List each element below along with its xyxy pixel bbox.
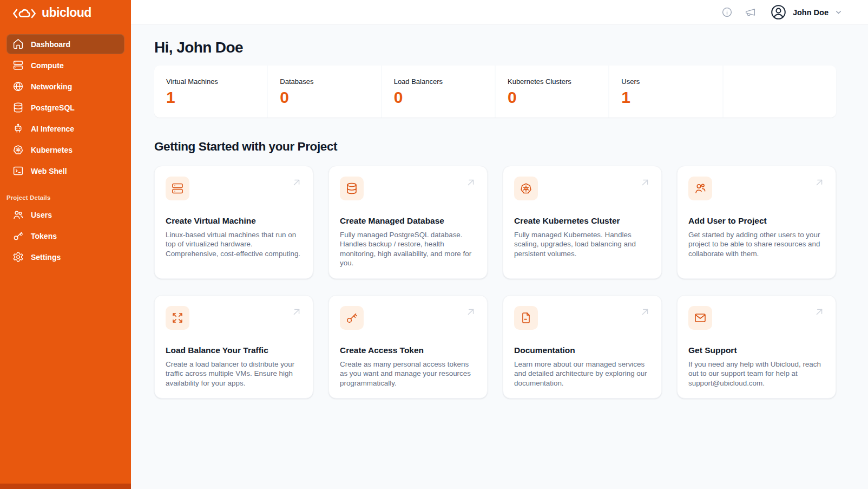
- card-arrow: [291, 306, 303, 320]
- database-icon: [345, 182, 358, 195]
- sidebar-item-kubernetes[interactable]: Kubernetes: [6, 140, 124, 160]
- project-details-nav: UsersTokensSettings: [0, 204, 131, 268]
- stat-value: 1: [621, 89, 710, 106]
- stat-label: Kubernetes Clusters: [508, 77, 596, 86]
- sidebar-item-networking[interactable]: Networking: [6, 76, 124, 96]
- card-documentation[interactable]: DocumentationLearn more about our manage…: [503, 295, 662, 399]
- user-menu[interactable]: John Doe: [770, 4, 843, 21]
- sidebar-item-label: Dashboard: [31, 40, 70, 49]
- stat-label: Virtual Machines: [166, 77, 255, 86]
- card-create-access-token[interactable]: Create Access TokenCreate as many person…: [328, 295, 488, 399]
- card-title: Create Access Token: [340, 345, 476, 355]
- card-get-support[interactable]: Get SupportIf you need any help with Ubi…: [677, 295, 836, 399]
- mail-icon: [694, 311, 707, 324]
- card-description: Fully managed Kubernetes. Handles scalin…: [514, 230, 650, 259]
- server-icon: [171, 182, 184, 195]
- stat-cell-databases: Databases0: [268, 66, 380, 118]
- card-arrow: [639, 177, 651, 191]
- sidebar: ubicloud DashboardComputeNetworkingPostg…: [0, 0, 131, 489]
- card-description: Fully managed PostgreSQL database. Handl…: [340, 230, 476, 268]
- sidebar-item-tokens[interactable]: Tokens: [6, 226, 124, 246]
- main-content: Hi, John Doe Virtual Machines1Databases0…: [131, 38, 868, 399]
- chevron-down-icon-wrap: [834, 8, 843, 17]
- card-title: Documentation: [514, 345, 650, 355]
- sidebar-item-users[interactable]: Users: [6, 205, 124, 225]
- arrow-up-right-icon: [291, 177, 303, 188]
- card-create-managed-database[interactable]: Create Managed DatabaseFully managed Pos…: [328, 166, 488, 279]
- card-icon-tile: [166, 306, 189, 330]
- card-description: If you need any help with Ubicloud, reac…: [688, 360, 825, 388]
- sidebar-nav: DashboardComputeNetworkingPostgreSQLAI I…: [0, 34, 131, 181]
- card-title: Create Kubernetes Cluster: [514, 216, 650, 226]
- stat-cell-empty: [724, 66, 836, 118]
- card-arrow: [465, 306, 477, 320]
- card-create-virtual-machine[interactable]: Create Virtual MachineLinux-based virtua…: [154, 166, 313, 279]
- stats-row: Virtual Machines1Databases0Load Balancer…: [154, 66, 836, 118]
- card-arrow: [639, 306, 651, 320]
- brand-name: ubicloud: [42, 5, 91, 20]
- sidebar-item-label: Kubernetes: [31, 146, 73, 154]
- file-icon: [520, 311, 532, 324]
- card-description: Get started by adding other users to you…: [688, 230, 825, 259]
- card-icon-tile: [340, 177, 364, 200]
- sidebar-item-label: Settings: [31, 253, 61, 262]
- page-title: Hi, John Doe: [154, 38, 836, 57]
- announcements-button[interactable]: [745, 6, 756, 18]
- globe-icon: [12, 81, 24, 92]
- arrow-up-right-icon: [465, 306, 477, 318]
- terminal-icon: [12, 165, 24, 177]
- card-load-balance-your-traffic[interactable]: Load Balance Your TrafficCreate a load b…: [154, 295, 313, 399]
- arrow-up-right-icon: [291, 306, 303, 318]
- megaphone-icon: [745, 6, 756, 18]
- arrow-up-right-icon: [639, 177, 651, 188]
- user-circle-icon: [770, 4, 787, 21]
- user-name: John Doe: [793, 8, 828, 17]
- info-button[interactable]: [721, 6, 733, 18]
- card-icon-tile: [688, 306, 712, 330]
- card-description: Linux-based virtual machines that run on…: [166, 230, 302, 259]
- stat-value: 0: [280, 89, 369, 106]
- arrow-up-right-icon: [813, 306, 825, 318]
- card-add-user-to-project[interactable]: Add User to ProjectGet started by adding…: [677, 166, 836, 279]
- cloud-logo-icon: [12, 6, 37, 21]
- sidebar-item-ai-inference[interactable]: AI Inference: [6, 119, 124, 139]
- card-title: Create Managed Database: [340, 216, 476, 226]
- key-icon: [345, 311, 358, 324]
- user-group-icon: [694, 182, 707, 195]
- arrows-out-icon: [171, 311, 184, 324]
- card-title: Get Support: [688, 345, 825, 355]
- sidebar-item-compute[interactable]: Compute: [6, 55, 124, 75]
- sidebar-item-settings[interactable]: Settings: [6, 247, 124, 267]
- card-create-kubernetes-cluster[interactable]: Create Kubernetes ClusterFully managed K…: [503, 166, 662, 279]
- gear-icon: [12, 251, 24, 263]
- card-icon-tile: [688, 177, 712, 200]
- info-icon: [721, 6, 733, 18]
- stat-cell-load-balancers: Load Balancers0: [382, 66, 495, 118]
- avatar: [770, 4, 787, 21]
- sidebar-item-web-shell[interactable]: Web Shell: [6, 161, 124, 181]
- card-description: Learn more about our managed services an…: [514, 360, 650, 388]
- card-icon-tile: [166, 177, 189, 200]
- sidebar-bottom-strip: [0, 484, 131, 489]
- chevron-down-icon: [834, 8, 843, 17]
- sidebar-item-label: Compute: [31, 61, 64, 70]
- ubicloud-logo[interactable]: ubicloud: [0, 0, 131, 26]
- getting-started-title: Getting Started with your Project: [154, 140, 836, 154]
- database-icon: [12, 102, 24, 113]
- stat-value: 1: [166, 89, 255, 106]
- stat-label: Load Balancers: [394, 77, 483, 86]
- sidebar-item-dashboard[interactable]: Dashboard: [6, 34, 124, 54]
- kubernetes-icon: [520, 182, 532, 195]
- stat-value: 0: [508, 89, 596, 106]
- card-arrow: [291, 177, 303, 191]
- card-description: Create a load balancer to distribute you…: [166, 360, 302, 388]
- card-icon-tile: [514, 177, 538, 200]
- key-icon: [12, 230, 24, 242]
- sidebar-item-postgresql[interactable]: PostgreSQL: [6, 97, 124, 118]
- arrow-up-right-icon: [813, 177, 825, 188]
- users-icon: [12, 209, 24, 220]
- arrow-up-right-icon: [465, 177, 477, 188]
- card-arrow: [813, 177, 825, 191]
- top-header: John Doe: [131, 0, 868, 25]
- stat-label: Users: [621, 77, 710, 86]
